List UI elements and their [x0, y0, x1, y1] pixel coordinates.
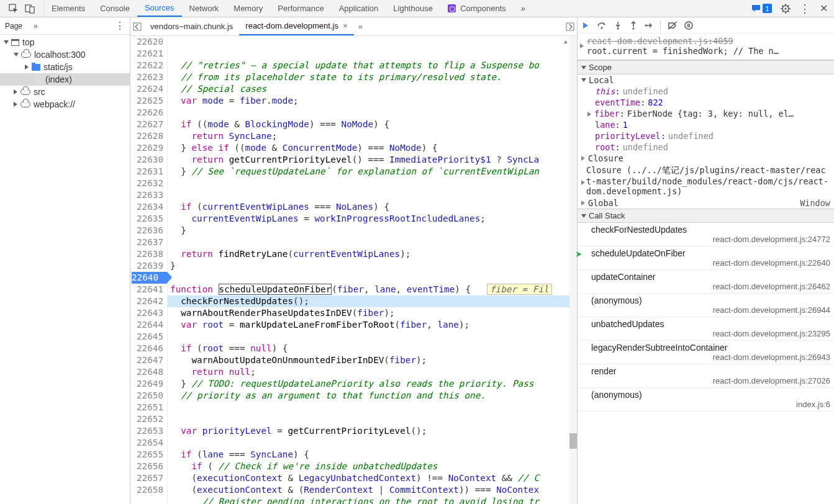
stack-frame[interactable]: (anonymous)react-dom.development.js:2694… [578, 294, 834, 317]
tab-console[interactable]: Console [93, 0, 137, 17]
source-tab-vendors[interactable]: vendors~main.chunk.js [144, 17, 239, 35]
scroll-up-arrow[interactable]: ▴ [563, 36, 568, 46]
paused-context-code: root.current = finishedWork; // The n… [587, 46, 779, 56]
resume-button[interactable] [581, 21, 590, 30]
file-tree: top localhost:300 static/js (index) src … [0, 35, 130, 112]
scope-var-lane[interactable]: lane:1 [578, 119, 834, 130]
chat-icon [751, 4, 761, 13]
scope-closure-title: Closure [588, 153, 623, 163]
call-stack-list: checkForNestedUpdatesreact-dom.developme… [578, 223, 834, 412]
editor-history-button[interactable] [130, 17, 144, 35]
stack-frame-name: (anonymous) [582, 295, 830, 305]
tab-network[interactable]: Network [182, 0, 227, 17]
tab-performance[interactable]: Performance [270, 0, 331, 17]
tree-item-top[interactable]: top [0, 36, 130, 48]
editor-scrollbar[interactable] [569, 36, 577, 504]
svg-rect-14 [689, 24, 691, 27]
tab-sources[interactable]: Sources [137, 0, 182, 17]
scope-panel-header[interactable]: Scope [578, 60, 834, 74]
svg-point-4 [785, 7, 787, 9]
svg-rect-13 [687, 24, 689, 27]
stack-frame-location: index.js:6 [582, 400, 830, 409]
scope-var-root[interactable]: root:undefined [578, 142, 834, 153]
callstack-panel-title: Call Stack [589, 211, 625, 220]
debugger-toolbar [578, 17, 834, 34]
cloud-icon [20, 89, 30, 95]
tab-components-label: Components [460, 4, 506, 13]
tree-label: (index) [45, 74, 72, 84]
tab-components[interactable]: Components [440, 0, 514, 17]
editor-more-button[interactable] [563, 17, 577, 35]
stack-frame[interactable]: legacyRenderSubtreeIntoContainerreact-do… [578, 341, 834, 364]
step-into-button[interactable] [614, 21, 622, 30]
step-over-button[interactable] [597, 21, 607, 30]
device-toggle-icon[interactable] [25, 4, 35, 14]
stack-frame[interactable]: (anonymous)index.js:6 [578, 388, 834, 412]
tabs-overflow-button[interactable]: » [514, 0, 533, 17]
source-tab-label: react-dom.development.js [245, 21, 338, 30]
stack-frame[interactable]: unbatchedUpdatesreact-dom.development.js… [578, 317, 834, 341]
scope-var-eventTime[interactable]: eventTime:822 [578, 97, 834, 108]
stack-frame[interactable]: checkForNestedUpdatesreact-dom.developme… [578, 223, 834, 246]
scope-global-value: Window [800, 198, 830, 208]
inspect-element-icon[interactable] [9, 4, 19, 14]
deactivate-breakpoints-button[interactable] [668, 21, 678, 30]
stack-frame-location: react-dom.development.js:27026 [582, 376, 830, 385]
step-button[interactable] [645, 21, 653, 30]
messages-button[interactable]: 1 [751, 4, 772, 13]
stack-frame-name: checkForNestedUpdates [582, 225, 830, 235]
navigator-menu-button[interactable]: ⋮ [115, 20, 125, 32]
stack-frame-location: react-dom.development.js:22640 [582, 258, 830, 268]
scope-var-this[interactable]: this:undefined [578, 86, 834, 97]
tree-label: localhost:300 [34, 50, 86, 60]
tab-lighthouse[interactable]: Lighthouse [386, 0, 440, 17]
scrollbar-thumb[interactable] [569, 433, 577, 449]
svg-point-9 [633, 27, 635, 29]
menu-button[interactable]: ⋮ [799, 2, 811, 16]
callstack-panel-header[interactable]: Call Stack [578, 209, 834, 223]
navigator-more-button[interactable]: » [34, 22, 38, 30]
tab-elements[interactable]: Elements [44, 0, 93, 17]
scope-closure-header[interactable]: Closure [578, 153, 834, 164]
stack-frame[interactable]: updateContainerreact-dom.development.js:… [578, 270, 834, 294]
svg-point-7 [601, 27, 603, 29]
stack-frame-location: react-dom.development.js:26944 [582, 305, 830, 315]
pause-on-exceptions-button[interactable] [684, 21, 693, 30]
line-number-gutter[interactable]: 2262022621226222262322624226252262622627… [130, 36, 168, 504]
source-tabs-overflow[interactable]: » [354, 17, 368, 35]
step-out-button[interactable] [629, 21, 638, 30]
stack-frame[interactable]: ➤scheduleUpdateOnFiberreact-dom.developm… [578, 246, 834, 270]
code-content[interactable]: // "retries" — a special update that att… [168, 36, 577, 504]
svg-point-10 [645, 24, 647, 26]
stack-frame-location: react-dom.development.js:24772 [582, 235, 830, 244]
scope-closure-body[interactable]: Closure (../../笔记/js/plugins/react-maste… [585, 164, 834, 197]
close-devtools-button[interactable]: ✕ [820, 2, 828, 14]
source-tab-reactdom[interactable]: react-dom.development.js× [239, 17, 353, 35]
tree-item-src[interactable]: src [0, 86, 130, 98]
tree-item-localhost[interactable]: localhost:300 [0, 48, 130, 61]
tab-application[interactable]: Application [332, 0, 386, 17]
stack-frame[interactable]: renderreact-dom.development.js:27026 [578, 364, 834, 388]
svg-point-8 [617, 27, 619, 29]
close-tab-icon[interactable]: × [343, 21, 348, 30]
scope-var-priorityLevel[interactable]: priorityLevel:undefined [578, 130, 834, 142]
scope-global-title: Global [588, 198, 619, 208]
stack-frame-name: legacyRenderSubtreeIntoContainer [582, 343, 830, 353]
navigator-page-label[interactable]: Page [5, 22, 22, 30]
stack-frame-name: (anonymous) [582, 390, 830, 400]
tree-item-staticjs[interactable]: static/js [0, 61, 130, 73]
stack-frame-name: render [582, 366, 830, 376]
source-tab-label: vendors~main.chunk.js [150, 22, 233, 31]
tree-label: src [34, 87, 45, 97]
tree-label: static/js [43, 62, 73, 72]
scope-var-fiber[interactable]: fiber:FiberNode {tag: 3, key: null, el… [578, 108, 834, 119]
scope-local-header[interactable]: Local [578, 74, 834, 86]
cloud-icon [20, 101, 30, 107]
tab-memory[interactable]: Memory [226, 0, 270, 17]
stack-frame-location: react-dom.development.js:26462 [582, 282, 830, 291]
tree-item-index[interactable]: (index) [0, 73, 130, 86]
tree-item-webpack[interactable]: webpack:// [0, 98, 130, 110]
paused-context: react-dom.development.js:4059 root.curre… [578, 34, 834, 60]
settings-button[interactable] [781, 4, 791, 14]
scope-global-header[interactable]: GlobalWindow [578, 197, 834, 209]
